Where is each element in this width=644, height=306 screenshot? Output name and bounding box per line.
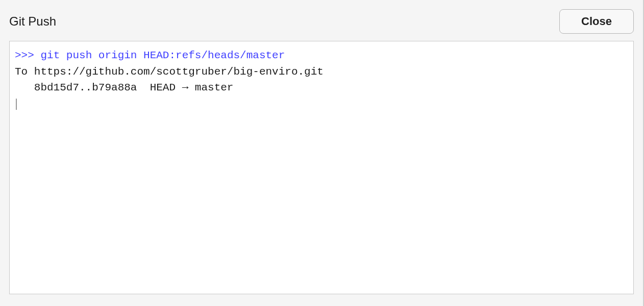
dialog-title: Git Push <box>9 14 56 29</box>
git-push-dialog: Git Push Close >>> git push origin HEAD:… <box>0 0 644 306</box>
output-line: 8bd15d7..b79a88a HEAD → master <box>15 82 233 93</box>
prompt-prefix: >>> <box>15 50 40 61</box>
command-prompt-line: >>> git push origin HEAD:refs/heads/mast… <box>15 50 285 61</box>
output-line: To https://github.com/scottgruber/big-en… <box>15 66 324 78</box>
terminal-output[interactable]: >>> git push origin HEAD:refs/heads/mast… <box>9 41 634 294</box>
dialog-header: Git Push Close <box>9 9 634 34</box>
close-button[interactable]: Close <box>559 9 634 34</box>
terminal-cursor <box>16 99 17 110</box>
command-text: git push origin HEAD:refs/heads/master <box>40 50 285 61</box>
